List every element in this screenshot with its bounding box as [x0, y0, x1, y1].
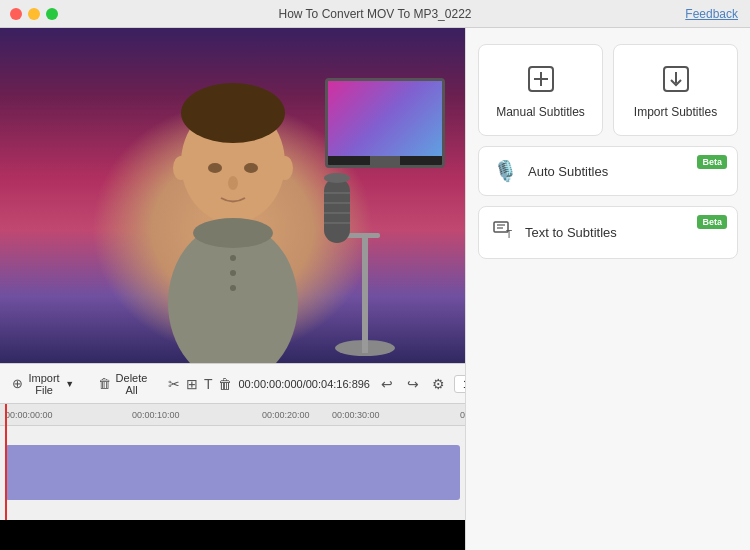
copy-button[interactable]: ⊞ — [186, 373, 198, 395]
settings-button[interactable]: ⚙ — [428, 373, 450, 395]
text-to-subtitles-row[interactable]: T Text to Subtitles Beta — [478, 206, 738, 259]
ruler-mark-4: 00:00:40:00 — [460, 410, 465, 420]
auto-subtitles-icon: 🎙️ — [493, 159, 518, 183]
delete-label: Delete All — [115, 372, 148, 396]
manual-subtitles-card[interactable]: Manual Subtitles — [478, 44, 603, 136]
svg-point-12 — [230, 285, 236, 291]
person-figure — [133, 43, 333, 363]
svg-text:T: T — [506, 229, 512, 240]
delete-all-button[interactable]: 🗑 Delete All — [94, 370, 152, 398]
import-subtitles-label: Import Subtitles — [634, 105, 717, 119]
feedback-link[interactable]: Feedback — [685, 7, 738, 21]
subtitle-cards-row: Manual Subtitles Import Subtitles — [478, 44, 738, 136]
video-panel: ⊕ Import File ▼ 🗑 Delete All ✂ ⊞ T 🗑 00:… — [0, 28, 465, 550]
window-title: How To Convert MOV To MP3_0222 — [279, 7, 472, 21]
playhead[interactable] — [5, 404, 7, 520]
ruler-mark-3: 00:00:30:00 — [332, 410, 380, 420]
svg-point-4 — [193, 218, 273, 248]
auto-subtitles-label: Auto Subtitles — [528, 164, 608, 179]
auto-subtitles-row[interactable]: 🎙️ Auto Subtitles Beta — [478, 146, 738, 196]
auto-subtitles-beta-badge: Beta — [697, 155, 727, 169]
timeline-ruler: 00:00:00:00 00:00:10:00 00:00:20:00 00:0… — [0, 404, 465, 426]
undo-button[interactable]: ↩ — [376, 373, 398, 395]
video-area[interactable] — [0, 28, 465, 363]
text-button[interactable]: T — [204, 373, 213, 395]
svg-point-8 — [173, 156, 189, 180]
maximize-button[interactable] — [46, 8, 58, 20]
timeline-track[interactable] — [5, 445, 460, 500]
trash-icon: 🗑 — [98, 377, 111, 391]
text-to-subtitles-icon: T — [493, 219, 515, 246]
ruler-mark-2: 00:00:20:00 — [262, 410, 310, 420]
svg-point-9 — [277, 156, 293, 180]
scissors-button[interactable]: ✂ — [168, 373, 180, 395]
ruler-mark-1: 00:00:10:00 — [132, 410, 180, 420]
video-frame — [0, 28, 465, 363]
import-label: Import File — [27, 372, 61, 396]
import-subtitles-icon — [658, 61, 694, 97]
titlebar: How To Convert MOV To MP3_0222 Feedback — [0, 0, 750, 28]
toolbar: ⊕ Import File ▼ 🗑 Delete All ✂ ⊞ T 🗑 00:… — [0, 363, 465, 403]
svg-point-6 — [244, 163, 258, 173]
svg-point-5 — [208, 163, 222, 173]
microphone — [320, 158, 410, 358]
ruler-mark-0: 00:00:00:00 — [5, 410, 53, 420]
chevron-down-icon: ▼ — [65, 379, 74, 389]
manual-subtitles-label: Manual Subtitles — [496, 105, 585, 119]
svg-point-10 — [230, 255, 236, 261]
main-layout: ⊕ Import File ▼ 🗑 Delete All ✂ ⊞ T 🗑 00:… — [0, 28, 750, 550]
svg-rect-16 — [324, 178, 350, 243]
delete-button[interactable]: 🗑 — [218, 373, 232, 395]
monitor — [325, 78, 445, 168]
window-controls — [10, 8, 58, 20]
timeline-area[interactable]: 00:00:00:00 00:00:10:00 00:00:20:00 00:0… — [0, 403, 465, 520]
manual-subtitles-icon — [523, 61, 559, 97]
redo-button[interactable]: ↪ — [402, 373, 424, 395]
text-to-subtitles-label: Text to Subtitles — [525, 225, 617, 240]
svg-point-21 — [324, 173, 350, 183]
import-file-button[interactable]: ⊕ Import File ▼ — [8, 370, 78, 398]
svg-point-2 — [181, 83, 285, 143]
import-icon: ⊕ — [12, 377, 23, 391]
svg-rect-14 — [362, 238, 368, 353]
minimize-button[interactable] — [28, 8, 40, 20]
right-panel: Manual Subtitles Import Subtitles 🎙️ Aut… — [465, 28, 750, 550]
svg-point-7 — [228, 176, 238, 190]
timecode-display: 00:00:00:000/00:04:16:896 — [238, 378, 370, 390]
import-subtitles-card[interactable]: Import Subtitles — [613, 44, 738, 136]
text-to-subtitles-beta-badge: Beta — [697, 215, 727, 229]
close-button[interactable] — [10, 8, 22, 20]
svg-point-11 — [230, 270, 236, 276]
monitor-screen — [328, 81, 442, 156]
